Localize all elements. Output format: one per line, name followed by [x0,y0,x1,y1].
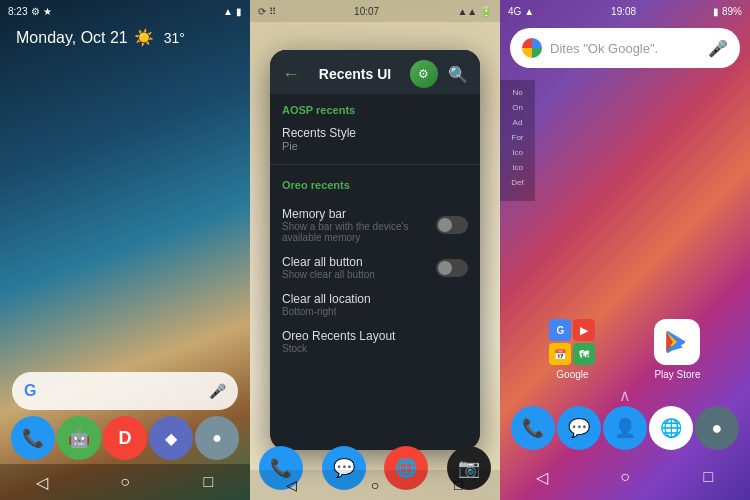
temp-text: 31° [164,30,185,46]
memory-bar-desc: Show a bar with the device's available m… [282,221,436,243]
dock-panel1: 📞 🤖 D ◆ ● [0,416,250,460]
back-button-p3[interactable]: ◁ [532,467,552,487]
assistant-icon: 🎤 [209,383,226,399]
oreo-section: Oreo recents [270,169,480,201]
recents-header-icons: ⚙ 🔍 [410,60,468,88]
dock-contacts-p3[interactable]: 👤 [603,406,647,450]
android-icon: 🤖 [68,427,90,449]
oreo-layout-text: Oreo Recents Layout Stock [282,329,395,354]
dock-android[interactable]: 🤖 [57,416,101,460]
back-icon: ◁ [36,473,48,492]
sidebar-item-9: Def [504,178,531,187]
dock-phone-p3[interactable]: 📞 [511,406,555,450]
status-right-p3: ▮ 89% [713,6,742,17]
dock-messages-p3[interactable]: 💬 [557,406,601,450]
recents-back-icon[interactable]: ← [282,64,300,85]
memory-bar-toggle[interactable] [436,216,468,234]
playstore-app-item[interactable]: Play Store [654,319,700,380]
status-left-p3: 4G ▲ [508,6,534,17]
dock-chrome-p3[interactable]: 🌐 [649,406,693,450]
nav-bar-panel2: ◁ ○ □ [250,470,500,500]
section-divider [270,164,480,165]
status-left: 8:23 ⚙ ★ [8,6,52,17]
weather-icon: ☀️ [134,28,154,47]
oreo-layout-label: Oreo Recents Layout [282,329,395,343]
back-icon-p2: ◁ [286,477,297,493]
sidebar-item-1: No [504,88,531,97]
home-icon: ○ [120,473,130,491]
clear-all-label: Clear all button [282,255,375,269]
clear-all-row[interactable]: Clear all button Show clear all button [270,249,480,286]
clear-all-location-row[interactable]: Clear all location Bottom-right [270,286,480,323]
home-button[interactable]: ○ [115,472,135,492]
search-bar[interactable]: G 🎤 [12,372,238,410]
google-q1: G [549,319,571,341]
clear-all-toggle[interactable] [436,259,468,277]
google-q4: 🗺 [573,343,595,365]
dock-circle[interactable]: ● [195,416,239,460]
panel-home-screen: 8:23 ⚙ ★ ▲ ▮ Monday, Oct 21 ☀️ 31° G 🎤 📞… [0,0,250,500]
home-button-p2[interactable]: ○ [365,475,385,495]
nav-bar-panel3: ◁ ○ □ [500,454,750,500]
recents-ui-panel: ← Recents UI ⚙ 🔍 AOSP recents Recents St… [270,50,480,450]
recents-style-label: Recents Style [282,126,468,140]
recents-icon-p3: □ [703,468,713,486]
wifi-icon: ▲ [223,6,233,17]
recents-button-p2[interactable]: □ [448,475,468,495]
clear-all-desc: Show clear all button [282,269,375,280]
status-bar-panel3: 4G ▲ 19:08 ▮ 89% [500,0,750,22]
dock-phone[interactable]: 📞 [11,416,55,460]
sidebar-item-7: Ico [504,148,531,157]
playstore-app-label: Play Store [654,369,700,380]
date-text: Monday, Oct 21 [16,29,128,47]
dock-diamond[interactable]: ◆ [149,416,193,460]
sidebar-item-2: On [504,103,531,112]
recents-icon: □ [203,473,213,491]
google-search-bar[interactable]: Dites "Ok Google". 🎤 [510,28,740,68]
clear-all-location-desc: Bottom-right [282,306,371,317]
battery-pct: 89% [722,6,742,17]
recents-title: Recents UI [319,66,391,82]
recents-settings-icon[interactable]: ⚙ [410,60,438,88]
memory-bar-row[interactable]: Memory bar Show a bar with the device's … [270,201,480,249]
recents-style-value: Pie [282,140,468,152]
memory-bar-text: Memory bar Show a bar with the device's … [282,207,436,243]
circle-icon: ● [212,429,222,447]
sidebar-item-8: Ico [504,163,531,172]
playstore-icon [654,319,700,365]
oreo-layout-row[interactable]: Oreo Recents Layout Stock [270,323,480,360]
home-button-p3[interactable]: ○ [615,467,635,487]
network-type: 4G [508,6,521,17]
diamond-icon: ◆ [165,429,177,448]
oreo-section-title: Oreo recents [282,179,468,191]
playstore-svg [663,328,691,356]
dock-other-p3[interactable]: ● [695,406,739,450]
clear-all-location-text: Clear all location Bottom-right [282,292,371,317]
recents-header: ← Recents UI ⚙ 🔍 [270,50,480,94]
date-widget: Monday, Oct 21 ☀️ 31° [16,28,185,47]
signal-icon: ▲ [524,6,534,17]
recents-button-p3[interactable]: □ [698,467,718,487]
recents-style-item[interactable]: Recents Style Pie [282,122,468,156]
sidebar-item-4: Ad [504,118,531,127]
recents-button[interactable]: □ [198,472,218,492]
google-app-item[interactable]: G ▶ 📅 🗺 Google [549,319,595,380]
messages-icon-p3: 💬 [568,417,590,439]
back-button-p2[interactable]: ◁ [282,475,302,495]
recents-search-icon[interactable]: 🔍 [448,65,468,84]
microphone-icon[interactable]: 🎤 [708,39,728,58]
chrome-icon-p3: 🌐 [660,417,682,439]
d-icon: D [119,428,132,449]
clear-all-location-label: Clear all location [282,292,371,306]
status-icons: ⚙ ★ [31,6,52,17]
app-grid-row: G ▶ 📅 🗺 Google Play Store [500,319,750,380]
left-sidebar: No On Ad For Ico Ico Def [500,80,535,201]
time-label: 8:23 [8,6,27,17]
back-button[interactable]: ◁ [32,472,52,492]
google-q2: ▶ [573,319,595,341]
gear-icon: ⚙ [418,67,429,81]
memory-bar-label: Memory bar [282,207,436,221]
status-icons-right: ▲▲ 🔋 [457,6,492,17]
home-icon-p2: ○ [371,477,379,493]
dock-d-app[interactable]: D [103,416,147,460]
